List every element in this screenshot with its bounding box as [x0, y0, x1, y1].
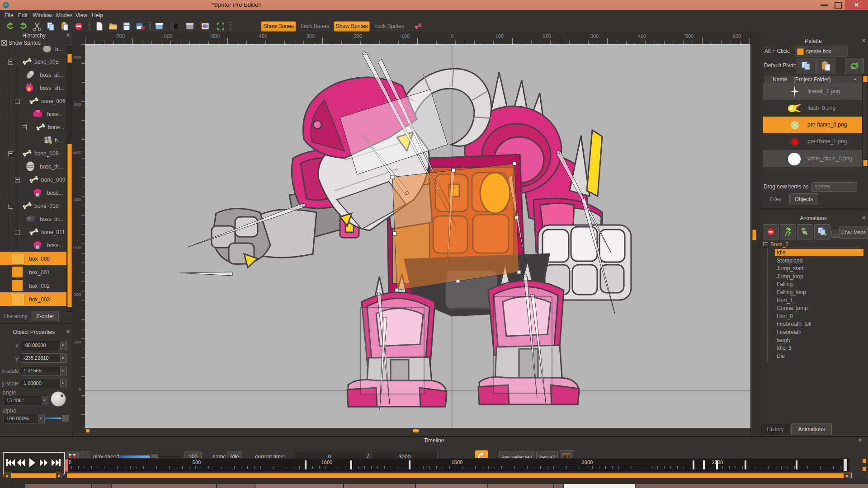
x-field[interactable]: -80.00000 — [21, 341, 67, 350]
palette-scrollbar[interactable] — [862, 75, 868, 167]
show-sprites-button[interactable]: Show Sprites — [334, 21, 370, 32]
copy-icon[interactable] — [46, 22, 55, 31]
close-button[interactable]: ✕ — [845, 0, 868, 10]
menu-file[interactable]: File — [5, 12, 13, 19]
more-button[interactable]: ... — [831, 230, 840, 238]
delete-icon[interactable] — [74, 22, 83, 31]
menu-view[interactable]: View — [75, 12, 87, 19]
view-window-icon[interactable] — [155, 22, 164, 31]
canvas[interactable] — [85, 44, 750, 429]
tree-item[interactable]: bone_010 — [0, 199, 67, 212]
tree-item[interactable]: bone_006 — [0, 94, 67, 108]
y-field[interactable]: -235.23810 — [21, 353, 67, 363]
keyframe-marker[interactable] — [305, 460, 307, 469]
pivot-copy-button[interactable] — [797, 58, 816, 74]
canvas-v-scrollbar[interactable] — [750, 32, 761, 436]
anim-item[interactable]: Firebreath — [761, 328, 865, 337]
anim-item[interactable]: Jump_loop — [761, 273, 865, 281]
create-box-field[interactable]: create box — [795, 47, 848, 56]
anim-root-expander[interactable] — [763, 242, 768, 247]
bone-tool-icon[interactable] — [414, 22, 422, 30]
alpha-slider[interactable] — [44, 418, 62, 419]
tree-item[interactable]: boss_th... — [0, 160, 67, 173]
cut-icon[interactable] — [33, 22, 42, 31]
keyframe-marker[interactable] — [703, 460, 705, 469]
menu-edit[interactable]: Edit — [18, 12, 28, 19]
anim-root[interactable]: Boss_0 — [770, 241, 788, 248]
prev-frame-button[interactable] — [16, 458, 25, 467]
new-file-icon[interactable] — [95, 22, 104, 31]
tree-item[interactable]: boss... — [0, 108, 67, 121]
tab-hierarchy[interactable]: Hierarchy — [2, 312, 30, 321]
anim-item[interactable]: Die — [761, 352, 865, 361]
hierarchy-scrollbar[interactable] — [66, 46, 72, 312]
copy-animation-button[interactable] — [814, 224, 830, 239]
tree-item[interactable]: bone_009 — [0, 173, 67, 186]
tree-item[interactable]: bone... — [0, 121, 67, 134]
timeline-ruler[interactable]: 0 500 1000 1500 2000 2500 — [65, 458, 850, 472]
file-row[interactable]: pre-flame_1.png — [763, 133, 862, 150]
sort-arrow-icon[interactable]: ▲ — [853, 77, 857, 81]
playhead[interactable] — [65, 459, 68, 472]
keyframe-marker[interactable] — [745, 460, 746, 469]
tab-objects[interactable]: Objects — [789, 193, 818, 205]
animations-close-icon[interactable]: ✕ — [862, 215, 866, 221]
object-properties-close-icon[interactable]: ✕ — [66, 329, 70, 335]
anim-item[interactable]: Gonna_jump — [761, 305, 865, 313]
anim-item[interactable]: Hurt_1 — [761, 297, 865, 305]
menu-window[interactable]: Window — [33, 12, 52, 19]
tree-item[interactable]: boss_th... — [0, 212, 67, 225]
anim-item[interactable]: Hurt_0 — [761, 313, 865, 321]
tree-item[interactable]: bone_011 — [0, 225, 67, 239]
pivot-refresh-button[interactable] — [845, 58, 864, 74]
menu-modes[interactable]: Modes — [56, 12, 72, 19]
angle-dial[interactable] — [51, 391, 66, 407]
view-color-icon[interactable] — [201, 22, 210, 31]
save-plus-icon[interactable] — [136, 22, 145, 31]
anim-item[interactable]: Jump_start — [761, 265, 865, 273]
char-maps-button[interactable]: Char Maps — [839, 226, 868, 239]
keyframe-marker[interactable] — [796, 460, 797, 469]
tree-item[interactable]: boss... — [0, 239, 67, 252]
anim-item[interactable]: laugh — [761, 337, 865, 345]
redo-icon[interactable] — [19, 22, 28, 31]
paste-icon[interactable] — [60, 22, 69, 31]
alpha-slider-handle[interactable] — [61, 415, 69, 422]
anim-item[interactable]: Firebreath_tell — [761, 320, 865, 328]
skip-start-button[interactable] — [5, 458, 15, 467]
tree-item[interactable]: boss_sh... — [0, 81, 67, 94]
tree-item[interactable]: boss... — [0, 186, 67, 199]
lock-sprites-button[interactable]: Lock Sprites — [374, 23, 404, 29]
expand-view-icon[interactable] — [216, 22, 225, 31]
name-column-header[interactable]: Name — [773, 76, 787, 83]
anim-item[interactable]: Stompland — [761, 257, 865, 265]
drag-new-items-field[interactable]: sprites — [811, 182, 857, 192]
anim-item[interactable]: Idle_3 — [761, 344, 865, 352]
tree-item-selected[interactable]: box_003 — [0, 292, 67, 306]
file-list-header[interactable]: Name (Project Folder) ▲ — [763, 75, 863, 84]
tree-item[interactable]: box_002 — [0, 279, 67, 292]
timeline-close-icon[interactable]: ✕ — [858, 437, 862, 443]
new-animation-button[interactable] — [780, 224, 796, 239]
xscale-field[interactable]: 1.31565 — [21, 366, 67, 375]
tree-item[interactable]: bone_008 — [0, 147, 67, 160]
palette-close-icon[interactable]: ✕ — [862, 38, 866, 44]
tree-item[interactable]: boss_ar... — [0, 68, 67, 81]
menu-help[interactable]: Help — [92, 12, 103, 19]
tab-z-order[interactable]: Z-order — [32, 311, 59, 321]
anim-item[interactable]: Falling — [761, 281, 865, 289]
view-dark-icon[interactable] — [170, 22, 179, 31]
canvas-h-scrollbar[interactable] — [85, 428, 750, 433]
skip-end-button[interactable] — [51, 458, 61, 467]
undo-icon[interactable] — [5, 22, 14, 31]
tree-item-selected[interactable]: box_000 — [0, 252, 67, 265]
play-button[interactable] — [28, 457, 36, 468]
show-sprites-checkbox[interactable]: Show Sprites — [1, 40, 71, 46]
restore-button[interactable] — [835, 2, 842, 9]
keyframe-marker[interactable] — [716, 460, 718, 469]
tree-item[interactable]: box_001 — [0, 265, 67, 279]
alpha-field[interactable]: 100.000% — [4, 414, 45, 423]
tab-history[interactable]: History — [761, 424, 789, 435]
keyframe-marker[interactable] — [350, 460, 352, 469]
pivot-paste-button[interactable] — [816, 58, 835, 74]
